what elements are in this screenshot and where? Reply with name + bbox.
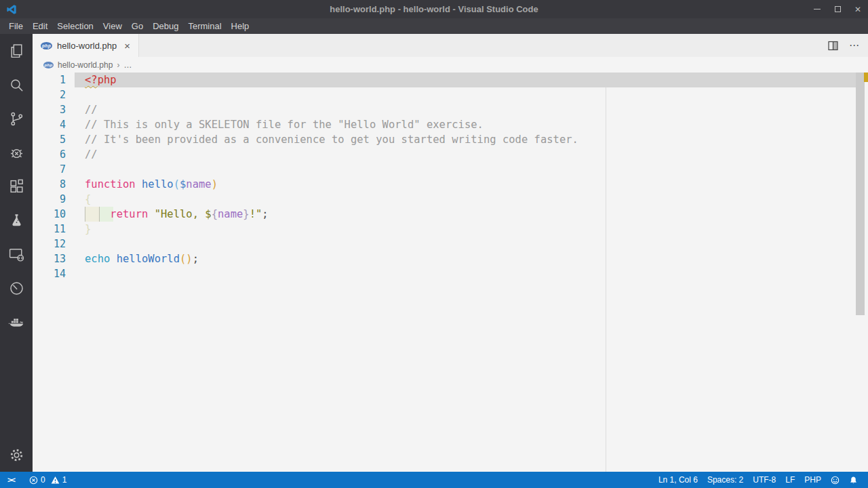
search-icon bbox=[8, 77, 25, 94]
overview-ruler-warning-marker bbox=[864, 73, 868, 82]
php-file-icon: php bbox=[43, 62, 54, 68]
language-mode[interactable]: PHP bbox=[800, 472, 826, 488]
window-title: hello-world.php - hello-world - Visual S… bbox=[0, 4, 868, 14]
code-line-content[interactable]: echo helloWorld(); bbox=[75, 251, 856, 266]
line-number: 11 bbox=[33, 222, 75, 237]
notifications-bell-icon bbox=[849, 476, 858, 485]
chevron-right-icon: › bbox=[117, 60, 119, 70]
code-line[interactable]: 6// bbox=[33, 147, 856, 162]
warnings-icon bbox=[51, 476, 60, 485]
line-number: 14 bbox=[33, 266, 75, 281]
breadcrumb-item-file[interactable]: hello-world.php bbox=[58, 60, 113, 70]
tab-bar: php hello-world.php × ⋯ bbox=[33, 34, 868, 57]
line-number: 2 bbox=[33, 87, 75, 102]
menu-edit[interactable]: Edit bbox=[28, 20, 52, 33]
scrollbar-thumb[interactable] bbox=[856, 73, 865, 315]
split-editor-icon[interactable] bbox=[828, 41, 838, 51]
code-line-content[interactable]: // This is only a SKELETON file for the … bbox=[75, 117, 856, 132]
code-editor[interactable]: 1<?php23//4// This is only a SKELETON fi… bbox=[33, 73, 868, 472]
maximize-icon bbox=[835, 6, 841, 12]
status-bar: >< 0 1 Ln 1, Col 6 Spaces: 2 UTF-8 LF PH… bbox=[0, 472, 868, 488]
activity-tests[interactable] bbox=[0, 203, 33, 237]
breadcrumb-item-symbol[interactable]: … bbox=[123, 60, 132, 70]
activity-bar-spacer bbox=[0, 339, 33, 438]
code-line[interactable]: 7 bbox=[33, 162, 856, 177]
problems-indicator[interactable]: 0 1 bbox=[24, 472, 71, 488]
remote-indicator[interactable]: >< bbox=[3, 472, 19, 488]
code-line-content[interactable] bbox=[75, 87, 856, 102]
tab-label: hello-world.php bbox=[57, 41, 117, 51]
code-line-content[interactable]: // bbox=[75, 102, 856, 117]
code-line-content[interactable] bbox=[75, 266, 856, 281]
indentation[interactable]: Spaces: 2 bbox=[703, 472, 748, 488]
errors-icon bbox=[29, 476, 38, 485]
vscode-logo-icon bbox=[6, 4, 17, 15]
remote-explorer-icon bbox=[8, 246, 25, 263]
code-line[interactable]: 2 bbox=[33, 87, 856, 102]
line-number: 8 bbox=[33, 177, 75, 192]
line-number: 9 bbox=[33, 192, 75, 207]
activity-docker[interactable] bbox=[0, 305, 33, 339]
tab-close-icon[interactable]: × bbox=[124, 40, 130, 52]
encoding[interactable]: UTF-8 bbox=[748, 472, 781, 488]
settings-gear-icon bbox=[8, 447, 25, 464]
dial-icon bbox=[8, 280, 25, 297]
line-number: 13 bbox=[33, 251, 75, 266]
code-line[interactable]: 12 bbox=[33, 237, 856, 251]
eol-sequence[interactable]: LF bbox=[781, 472, 800, 488]
activity-extensions[interactable] bbox=[0, 169, 33, 203]
code-line-content[interactable]: { bbox=[75, 192, 856, 207]
code-line-content[interactable]: <?php bbox=[75, 73, 856, 87]
code-line-content[interactable] bbox=[75, 237, 856, 251]
code-line-content[interactable]: function hello($name) bbox=[75, 177, 856, 192]
editor-scrollbar[interactable] bbox=[856, 73, 868, 472]
code-line[interactable]: 8function hello($name) bbox=[33, 177, 856, 192]
activity-search[interactable] bbox=[0, 68, 33, 102]
menu-selection[interactable]: Selection bbox=[52, 20, 98, 33]
line-number: 4 bbox=[33, 117, 75, 132]
notifications-button[interactable] bbox=[844, 472, 863, 488]
menu-help[interactable]: Help bbox=[226, 20, 254, 33]
feedback-button[interactable] bbox=[826, 472, 844, 488]
code-line[interactable]: 1<?php bbox=[33, 73, 856, 87]
activity-source-control[interactable] bbox=[0, 102, 33, 136]
activity-debug[interactable] bbox=[0, 136, 33, 169]
code-line-content[interactable]: } bbox=[75, 222, 856, 237]
code-line-content[interactable]: return "Hello, ${name}!"; bbox=[75, 207, 856, 222]
maximize-button[interactable] bbox=[827, 0, 848, 18]
php-file-icon: php bbox=[41, 42, 52, 49]
code-line[interactable]: 9{ bbox=[33, 192, 856, 207]
menu-go[interactable]: Go bbox=[127, 20, 148, 33]
menu-file[interactable]: File bbox=[4, 20, 28, 33]
code-line[interactable]: 11} bbox=[33, 222, 856, 237]
code-line[interactable]: 14 bbox=[33, 266, 856, 281]
line-number: 12 bbox=[33, 237, 75, 251]
close-button[interactable]: ✕ bbox=[848, 0, 868, 18]
feedback-smiley-icon bbox=[831, 476, 840, 485]
activity-remote-explorer[interactable] bbox=[0, 237, 33, 271]
tab-hello-world-php[interactable]: php hello-world.php × bbox=[33, 34, 139, 57]
code-line-content[interactable]: // bbox=[75, 147, 856, 162]
activity-settings[interactable] bbox=[0, 438, 33, 472]
code-line[interactable]: 3// bbox=[33, 102, 856, 117]
code-line[interactable]: 5// It's been provided as a convenience … bbox=[33, 132, 856, 147]
code-line[interactable]: 4// This is only a SKELETON file for the… bbox=[33, 117, 856, 132]
more-actions-icon[interactable]: ⋯ bbox=[849, 39, 860, 52]
line-number: 5 bbox=[33, 132, 75, 147]
debug-icon bbox=[8, 144, 25, 161]
code-line[interactable]: 13echo helloWorld(); bbox=[33, 251, 856, 266]
minimize-button[interactable] bbox=[807, 0, 827, 18]
code-line-content[interactable] bbox=[75, 162, 856, 177]
activity-explorer[interactable] bbox=[0, 34, 33, 68]
activity-dial[interactable] bbox=[0, 271, 33, 305]
code-line-content[interactable]: // It's been provided as a convenience t… bbox=[75, 132, 856, 147]
line-number: 3 bbox=[33, 102, 75, 117]
code-line[interactable]: 10 return "Hello, ${name}!"; bbox=[33, 207, 856, 222]
menu-bar: File Edit Selection View Go Debug Termin… bbox=[0, 18, 868, 34]
menu-terminal[interactable]: Terminal bbox=[183, 20, 226, 33]
menu-view[interactable]: View bbox=[98, 20, 127, 33]
menu-debug[interactable]: Debug bbox=[148, 20, 183, 33]
cursor-position[interactable]: Ln 1, Col 6 bbox=[654, 472, 703, 488]
extensions-icon bbox=[8, 178, 25, 195]
source-control-icon bbox=[8, 110, 25, 127]
